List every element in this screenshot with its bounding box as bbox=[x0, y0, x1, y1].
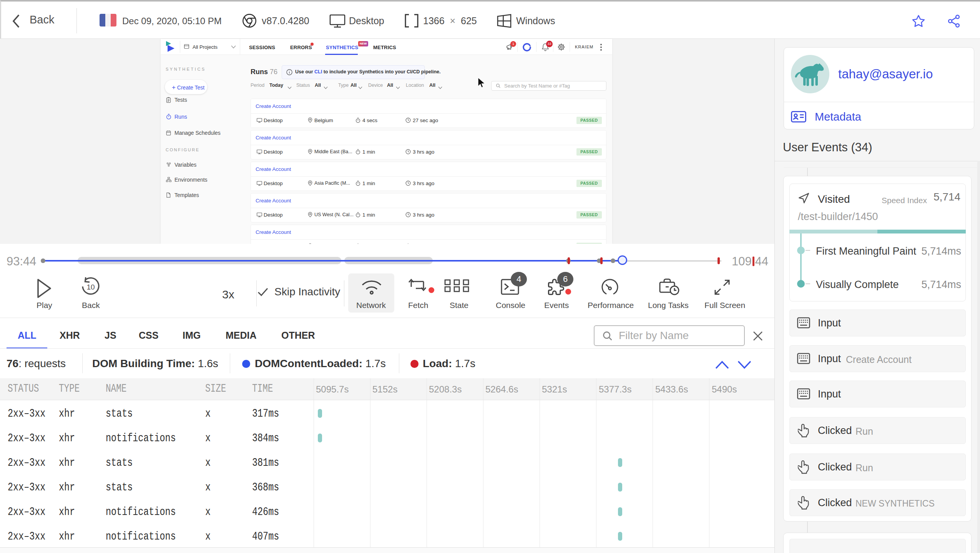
svg-text:10: 10 bbox=[86, 283, 95, 291]
